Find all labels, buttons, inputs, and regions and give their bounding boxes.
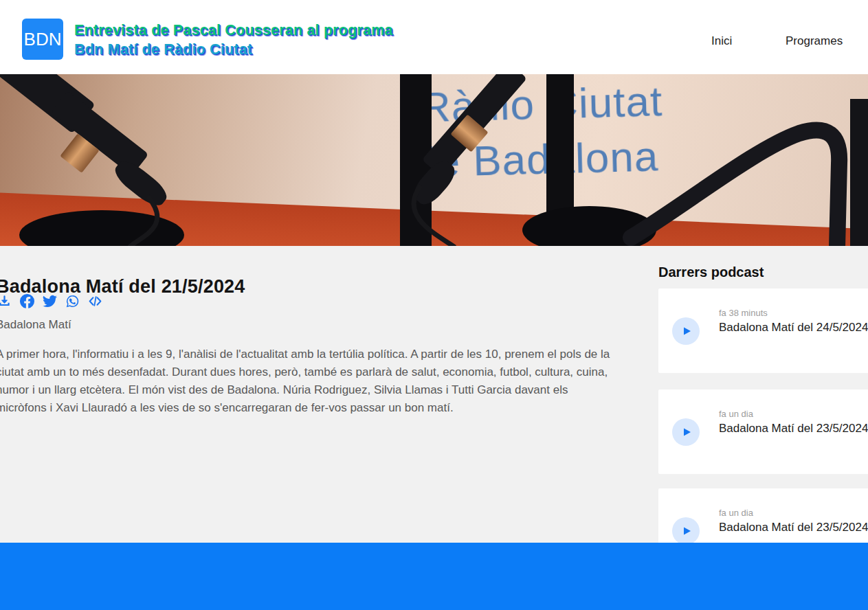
podcast-play-button[interactable] xyxy=(672,317,700,345)
podcast-title[interactable]: Badalona Matí del 24/5/2024 xyxy=(719,321,868,335)
sidebar-title: Darrers podcast xyxy=(658,264,764,280)
facebook-icon[interactable] xyxy=(20,294,34,308)
hero-overlay xyxy=(0,74,868,246)
podcast-title[interactable]: Badalona Matí del 23/5/2024 xyxy=(719,422,868,436)
header: BDN Entrevista de Pascal Cousseran al pr… xyxy=(0,0,868,74)
nav-programes[interactable]: Programes xyxy=(786,34,843,48)
page-title-line2: Bdn Matí de Ràdio Ciutat xyxy=(74,40,393,59)
page: BDN Entrevista de Pascal Cousseran al pr… xyxy=(0,0,868,610)
podcast-play-button[interactable] xyxy=(672,517,700,545)
podcast-time-ago: fa un dia xyxy=(719,409,753,419)
bdn-logo-text: BDN xyxy=(24,29,62,50)
twitter-icon[interactable] xyxy=(43,294,57,308)
episode-description: A primer hora, l'informatiu i a les 9, l… xyxy=(0,346,620,417)
podcast-time-ago: fa 38 minuts xyxy=(719,308,768,318)
podcast-time-ago: fa un dia xyxy=(719,508,753,518)
podcast-card[interactable]: fa un dia Badalona Matí del 23/5/2024 xyxy=(658,389,868,474)
play-icon xyxy=(681,427,692,438)
whatsapp-icon[interactable] xyxy=(65,294,80,308)
episode-share-row xyxy=(0,294,102,308)
mic-cable-center xyxy=(414,185,455,246)
podcast-play-button[interactable] xyxy=(672,418,700,446)
play-icon xyxy=(681,526,692,536)
hero-image: Ràdio Ciutat de Badalona xyxy=(0,74,868,246)
chair-armrest xyxy=(631,130,839,246)
podcast-card[interactable]: fa 38 minuts Badalona Matí del 24/5/2024 xyxy=(658,289,868,373)
nav-inici[interactable]: Inici xyxy=(711,34,732,48)
audio-player-bar: Badalona Matí del 21/5/2024 20:24 -39:51 xyxy=(0,543,868,610)
program-name: Badalona Matí xyxy=(0,318,71,332)
page-title: Entrevista de Pascal Cousseran al progra… xyxy=(74,21,393,59)
podcast-title[interactable]: Badalona Matí del 23/5/2024 xyxy=(719,521,868,534)
chair-backrest xyxy=(850,99,868,246)
bdn-logo[interactable]: BDN xyxy=(22,19,63,60)
embed-code-icon[interactable] xyxy=(88,294,102,308)
download-icon[interactable] xyxy=(0,294,12,308)
mic-cable-left xyxy=(129,196,157,246)
page-title-line1: Entrevista de Pascal Cousseran al progra… xyxy=(74,21,393,40)
play-icon xyxy=(681,326,692,337)
